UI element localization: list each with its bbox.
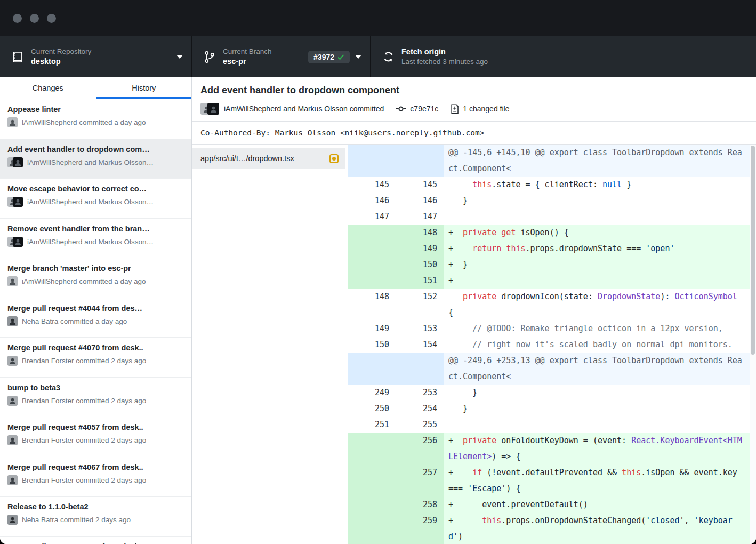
commit-item-byline: iAmWillShepherd and Markus Olsson… xyxy=(27,198,154,206)
commit-item-avatars xyxy=(7,316,18,326)
avatar xyxy=(7,475,18,485)
diff-old-line-number xyxy=(348,465,396,497)
commit-list-item[interactable]: bump to beta3Brendan Forster committed 2… xyxy=(0,378,191,418)
diff-new-line-number: 255 xyxy=(396,417,444,433)
commit-item-meta: Brendan Forster committed 2 days ago xyxy=(7,356,184,366)
fetch-origin-button[interactable]: Fetch origin Last fetched 3 minutes ago xyxy=(371,36,554,77)
diff-old-line-number xyxy=(348,433,396,465)
commit-list-item[interactable]: Appease linteriAmWillShepherd committed … xyxy=(0,99,191,139)
diff-code-text: + return this.props.dropdownState === 'o… xyxy=(444,241,750,257)
commit-item-title: bump to beta3 xyxy=(7,383,184,392)
commit-sha[interactable]: c79e71c xyxy=(410,105,438,113)
diff-body: @@ -145,6 +145,10 @@ export class Toolba… xyxy=(348,145,750,544)
diff-code-text: + } xyxy=(444,257,750,273)
avatar xyxy=(7,356,18,366)
diff-new-line-number xyxy=(396,145,444,177)
chevron-down-icon xyxy=(355,55,361,59)
pr-status-badge: #3972 xyxy=(308,51,350,63)
diff-new-line-number: 257 xyxy=(396,465,444,497)
current-branch-button[interactable]: Current Branch esc-pr #3972 xyxy=(192,36,371,77)
diff-line: 149+ return this.props.dropdownState ===… xyxy=(348,241,750,257)
changed-file-row[interactable]: app/src/ui/t…/dropdown.tsx xyxy=(192,148,345,169)
traffic-light-zoom-button[interactable] xyxy=(47,14,56,23)
commit-list-item[interactable]: Move escape behavior to correct co…iAmWi… xyxy=(0,179,191,219)
diff-line: 256+ private onFoldoutKeyDown = (event: … xyxy=(348,433,750,465)
diff-new-line-number: 145 xyxy=(396,177,444,193)
commit-details-pane: Add event handler to dropdown component … xyxy=(192,77,756,544)
commit-item-byline: Brendan Forster committed 2 days ago xyxy=(22,436,146,444)
diff-line: 250254 } xyxy=(348,401,750,417)
commit-item-title: Merge pull request #4044 from des… xyxy=(7,304,184,313)
diff-new-line-number: 151 xyxy=(396,273,444,289)
commit-list-item[interactable]: Merge pull request #4071 from desk.. xyxy=(0,537,191,544)
commit-list-item[interactable]: Merge pull request #4044 from des…Neha B… xyxy=(0,298,191,338)
commit-item-title: Release to 1.1.0-beta2 xyxy=(7,502,184,511)
commit-list-item[interactable]: Merge pull request #4067 from desk..Bren… xyxy=(0,457,191,497)
commit-summary: Add event handler to dropdown component … xyxy=(192,77,756,122)
diff-new-line-number: 154 xyxy=(396,337,444,353)
diff-code-text: + if (!event.defaultPrevented && this.is… xyxy=(444,465,750,497)
commit-item-byline: iAmWillShepherd committed a day ago xyxy=(22,277,146,285)
diff-code-text: } xyxy=(444,401,750,417)
commit-item-title: Merge branch 'master' into esc-pr xyxy=(7,264,184,273)
commit-item-byline: Neha Batra committed 2 days ago xyxy=(22,516,131,524)
repository-label: Current Repository xyxy=(31,47,171,57)
sidebar-tabs: Changes History xyxy=(0,77,191,99)
tab-changes[interactable]: Changes xyxy=(0,77,96,99)
hunk-header-text: @@ -249,6 +253,13 @@ export class Toolba… xyxy=(444,353,750,385)
diff-old-line-number: 251 xyxy=(348,417,396,433)
avatar xyxy=(7,515,18,525)
diff-old-line-number: 145 xyxy=(348,177,396,193)
tab-history[interactable]: History xyxy=(96,77,192,99)
changed-files-count: 1 changed file xyxy=(463,105,509,113)
diff-code-text: } xyxy=(444,193,750,209)
commit-item-byline: Neha Batra committed a day ago xyxy=(22,317,127,325)
fetch-title: Fetch origin xyxy=(401,47,545,57)
commit-message: Co-Authored-By: Markus Olsson <niik@user… xyxy=(192,122,756,145)
commit-item-title: Move escape behavior to correct co… xyxy=(7,185,184,193)
diff-line: 150154 // right now it's scaled badly on… xyxy=(348,337,750,353)
diff-old-line-number: 146 xyxy=(348,193,396,209)
changed-file-path: app/src/ui/t…/dropdown.tsx xyxy=(200,154,329,163)
commit-item-byline: iAmWillShepherd and Markus Olsson… xyxy=(27,158,154,166)
current-repository-button[interactable]: Current Repository desktop xyxy=(0,36,192,77)
app-window: Current Repository desktop Current Branc… xyxy=(0,0,756,544)
commit-item-byline: Brendan Forster committed 2 days ago xyxy=(22,476,146,484)
git-branch-icon xyxy=(204,51,215,63)
sidebar: Changes History Appease linteriAmWillShe… xyxy=(0,77,192,544)
traffic-light-minimize-button[interactable] xyxy=(30,14,39,23)
diff-line: 147147 xyxy=(348,209,750,225)
diff-code-text: // @TODO: Remake triangle octicon in a 1… xyxy=(444,321,750,337)
diff-code-text xyxy=(444,417,750,433)
branch-label: Current Branch xyxy=(223,47,304,57)
chevron-down-icon xyxy=(176,55,183,59)
commit-history-list: Appease linteriAmWillShepherd committed … xyxy=(0,99,191,544)
commit-item-avatars xyxy=(7,435,18,445)
commit-list-item[interactable]: Merge pull request #4070 from desk..Bren… xyxy=(0,338,191,378)
diff-line: 257+ if (!event.defaultPrevented && this… xyxy=(348,465,750,497)
pr-number: #3972 xyxy=(313,53,334,61)
diff-old-line-number xyxy=(348,497,396,513)
commit-list-item[interactable]: Merge pull request #4057 from desk..Bren… xyxy=(0,417,191,457)
traffic-light-close-button[interactable] xyxy=(13,14,22,23)
diff-new-line-number: 256 xyxy=(396,433,444,465)
commit-item-byline: iAmWillShepherd and Markus Olsson… xyxy=(27,238,154,246)
diff-scrollbar xyxy=(750,145,756,544)
commit-list-item[interactable]: Add event handler to dropdown com…iAmWil… xyxy=(0,139,191,179)
diff-new-line-number xyxy=(396,353,444,385)
diff-scrollbar-thumb[interactable] xyxy=(751,146,755,355)
avatar xyxy=(13,157,23,167)
commit-item-avatars xyxy=(7,356,18,366)
commit-list-item[interactable]: Release to 1.1.0-beta2Neha Batra committ… xyxy=(0,497,191,537)
commit-item-meta: Brendan Forster committed 2 days ago xyxy=(7,435,184,445)
commit-list-item[interactable]: Remove event handler from the bran…iAmWi… xyxy=(0,219,191,259)
diff-line: 148152 private dropdownIcon(state: Dropd… xyxy=(348,289,750,321)
commit-item-title: Merge pull request #4071 from desk.. xyxy=(7,542,184,544)
diff-hunk-header: @@ -145,6 +145,10 @@ export class Toolba… xyxy=(348,145,750,177)
modified-status-icon xyxy=(329,154,339,163)
commit-item-avatars xyxy=(7,197,23,207)
diff-old-line-number xyxy=(348,241,396,257)
commit-item-title: Add event handler to dropdown com… xyxy=(7,145,184,154)
commit-list-item[interactable]: Merge branch 'master' into esc-priAmWill… xyxy=(0,258,191,298)
commit-item-avatars xyxy=(7,276,18,286)
